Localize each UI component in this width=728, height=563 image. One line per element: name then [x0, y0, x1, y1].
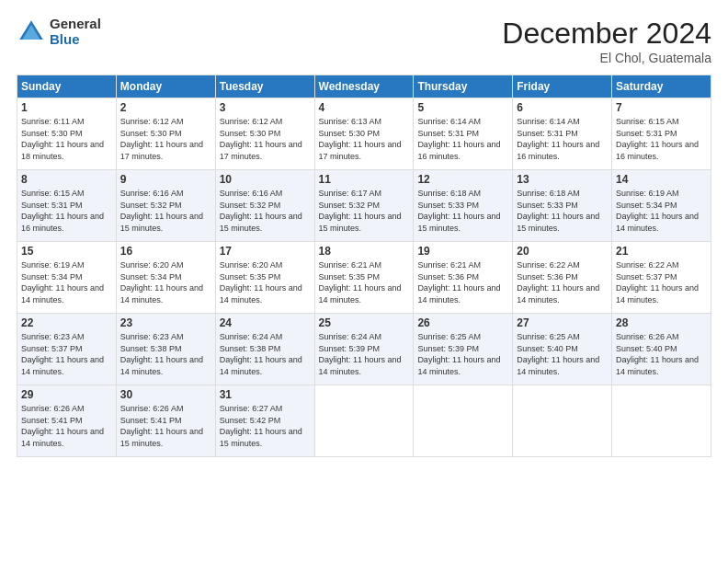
table-row: 18Sunrise: 6:21 AMSunset: 5:35 PMDayligh… — [314, 242, 414, 314]
title-block: December 2024 El Chol, Guatemala — [502, 17, 711, 65]
day-number: 24 — [220, 316, 311, 329]
day-info: Sunrise: 6:21 AMSunset: 5:35 PMDaylight:… — [319, 260, 402, 304]
header-wednesday: Wednesday — [314, 75, 414, 98]
day-info: Sunrise: 6:11 AMSunset: 5:30 PMDaylight:… — [21, 117, 104, 161]
day-number: 22 — [21, 316, 112, 329]
header-friday: Friday — [513, 75, 612, 98]
day-info: Sunrise: 6:20 AMSunset: 5:34 PMDaylight:… — [120, 260, 203, 304]
header-monday: Monday — [116, 75, 215, 98]
day-number: 29 — [21, 388, 112, 401]
day-info: Sunrise: 6:23 AMSunset: 5:38 PMDaylight:… — [120, 332, 203, 376]
day-info: Sunrise: 6:13 AMSunset: 5:30 PMDaylight:… — [319, 117, 402, 161]
day-info: Sunrise: 6:24 AMSunset: 5:38 PMDaylight:… — [220, 332, 302, 376]
table-row: 4Sunrise: 6:13 AMSunset: 5:30 PMDaylight… — [314, 98, 414, 170]
day-info: Sunrise: 6:18 AMSunset: 5:33 PMDaylight:… — [417, 189, 500, 233]
table-row — [314, 385, 414, 457]
day-number: 14 — [616, 173, 707, 186]
page: General Blue December 2024 El Chol, Guat… — [0, 0, 728, 563]
day-number: 8 — [21, 173, 112, 186]
header-saturday: Saturday — [612, 75, 711, 98]
day-info: Sunrise: 6:17 AMSunset: 5:32 PMDaylight:… — [319, 189, 402, 233]
day-number: 30 — [120, 388, 211, 401]
day-number: 19 — [417, 245, 508, 258]
day-info: Sunrise: 6:18 AMSunset: 5:33 PMDaylight:… — [517, 189, 599, 233]
day-info: Sunrise: 6:21 AMSunset: 5:36 PMDaylight:… — [417, 260, 500, 304]
table-row: 25Sunrise: 6:24 AMSunset: 5:39 PMDayligh… — [314, 314, 414, 385]
table-row: 1Sunrise: 6:11 AMSunset: 5:30 PMDaylight… — [17, 98, 117, 170]
logo-blue-text: Blue — [50, 32, 101, 48]
table-row: 2Sunrise: 6:12 AMSunset: 5:30 PMDaylight… — [116, 98, 215, 170]
day-number: 23 — [120, 316, 211, 329]
calendar-header-row: Sunday Monday Tuesday Wednesday Thursday… — [17, 75, 711, 98]
day-info: Sunrise: 6:23 AMSunset: 5:37 PMDaylight:… — [21, 332, 104, 376]
table-row: 20Sunrise: 6:22 AMSunset: 5:36 PMDayligh… — [513, 242, 612, 314]
day-number: 13 — [517, 173, 608, 186]
header: General Blue December 2024 El Chol, Guat… — [17, 17, 711, 65]
day-number: 3 — [220, 101, 311, 114]
day-number: 28 — [616, 316, 707, 329]
table-row: 10Sunrise: 6:16 AMSunset: 5:32 PMDayligh… — [215, 170, 314, 242]
day-info: Sunrise: 6:22 AMSunset: 5:37 PMDaylight:… — [616, 260, 699, 304]
table-row: 30Sunrise: 6:26 AMSunset: 5:41 PMDayligh… — [116, 385, 215, 457]
logo-icon — [17, 17, 46, 47]
table-row: 12Sunrise: 6:18 AMSunset: 5:33 PMDayligh… — [414, 170, 513, 242]
day-info: Sunrise: 6:22 AMSunset: 5:36 PMDaylight:… — [517, 260, 599, 304]
table-row: 24Sunrise: 6:24 AMSunset: 5:38 PMDayligh… — [215, 314, 314, 385]
location-subtitle: El Chol, Guatemala — [502, 51, 711, 65]
day-info: Sunrise: 6:12 AMSunset: 5:30 PMDaylight:… — [220, 117, 302, 161]
table-row: 31Sunrise: 6:27 AMSunset: 5:42 PMDayligh… — [215, 385, 314, 457]
day-number: 16 — [120, 245, 211, 258]
table-row: 14Sunrise: 6:19 AMSunset: 5:34 PMDayligh… — [612, 170, 711, 242]
calendar-table: Sunday Monday Tuesday Wednesday Thursday… — [17, 75, 711, 457]
day-info: Sunrise: 6:25 AMSunset: 5:40 PMDaylight:… — [517, 332, 599, 376]
day-info: Sunrise: 6:26 AMSunset: 5:40 PMDaylight:… — [616, 332, 699, 376]
table-row — [513, 385, 612, 457]
day-info: Sunrise: 6:26 AMSunset: 5:41 PMDaylight:… — [21, 404, 104, 448]
table-row: 13Sunrise: 6:18 AMSunset: 5:33 PMDayligh… — [513, 170, 612, 242]
table-row — [612, 385, 711, 457]
day-number: 11 — [319, 173, 410, 186]
table-row: 8Sunrise: 6:15 AMSunset: 5:31 PMDaylight… — [17, 170, 117, 242]
day-number: 4 — [319, 101, 410, 114]
day-info: Sunrise: 6:19 AMSunset: 5:34 PMDaylight:… — [21, 260, 104, 304]
logo-general-text: General — [50, 17, 101, 32]
table-row: 28Sunrise: 6:26 AMSunset: 5:40 PMDayligh… — [612, 314, 711, 385]
table-row: 5Sunrise: 6:14 AMSunset: 5:31 PMDaylight… — [414, 98, 513, 170]
day-info: Sunrise: 6:15 AMSunset: 5:31 PMDaylight:… — [21, 189, 104, 233]
day-info: Sunrise: 6:15 AMSunset: 5:31 PMDaylight:… — [616, 117, 699, 161]
day-info: Sunrise: 6:27 AMSunset: 5:42 PMDaylight:… — [220, 404, 302, 448]
table-row: 29Sunrise: 6:26 AMSunset: 5:41 PMDayligh… — [17, 385, 117, 457]
day-number: 18 — [319, 245, 410, 258]
header-tuesday: Tuesday — [215, 75, 314, 98]
table-row — [414, 385, 513, 457]
table-row: 11Sunrise: 6:17 AMSunset: 5:32 PMDayligh… — [314, 170, 414, 242]
day-info: Sunrise: 6:16 AMSunset: 5:32 PMDaylight:… — [120, 189, 203, 233]
table-row: 9Sunrise: 6:16 AMSunset: 5:32 PMDaylight… — [116, 170, 215, 242]
table-row: 26Sunrise: 6:25 AMSunset: 5:39 PMDayligh… — [414, 314, 513, 385]
day-number: 20 — [517, 245, 608, 258]
table-row: 16Sunrise: 6:20 AMSunset: 5:34 PMDayligh… — [116, 242, 215, 314]
day-number: 21 — [616, 245, 707, 258]
month-title: December 2024 — [502, 17, 711, 51]
day-number: 10 — [220, 173, 311, 186]
day-info: Sunrise: 6:14 AMSunset: 5:31 PMDaylight:… — [417, 117, 500, 161]
day-number: 26 — [417, 316, 508, 329]
table-row: 15Sunrise: 6:19 AMSunset: 5:34 PMDayligh… — [17, 242, 117, 314]
day-number: 7 — [616, 101, 707, 114]
day-number: 31 — [220, 388, 311, 401]
table-row: 17Sunrise: 6:20 AMSunset: 5:35 PMDayligh… — [215, 242, 314, 314]
day-number: 1 — [21, 101, 112, 114]
table-row: 19Sunrise: 6:21 AMSunset: 5:36 PMDayligh… — [414, 242, 513, 314]
day-info: Sunrise: 6:25 AMSunset: 5:39 PMDaylight:… — [417, 332, 500, 376]
day-number: 25 — [319, 316, 410, 329]
day-info: Sunrise: 6:26 AMSunset: 5:41 PMDaylight:… — [120, 404, 203, 448]
day-number: 6 — [517, 101, 608, 114]
day-info: Sunrise: 6:20 AMSunset: 5:35 PMDaylight:… — [220, 260, 302, 304]
day-number: 2 — [120, 101, 211, 114]
table-row: 6Sunrise: 6:14 AMSunset: 5:31 PMDaylight… — [513, 98, 612, 170]
logo-text: General Blue — [50, 17, 101, 47]
table-row: 23Sunrise: 6:23 AMSunset: 5:38 PMDayligh… — [116, 314, 215, 385]
logo: General Blue — [17, 17, 101, 47]
header-sunday: Sunday — [17, 75, 117, 98]
day-info: Sunrise: 6:24 AMSunset: 5:39 PMDaylight:… — [319, 332, 402, 376]
